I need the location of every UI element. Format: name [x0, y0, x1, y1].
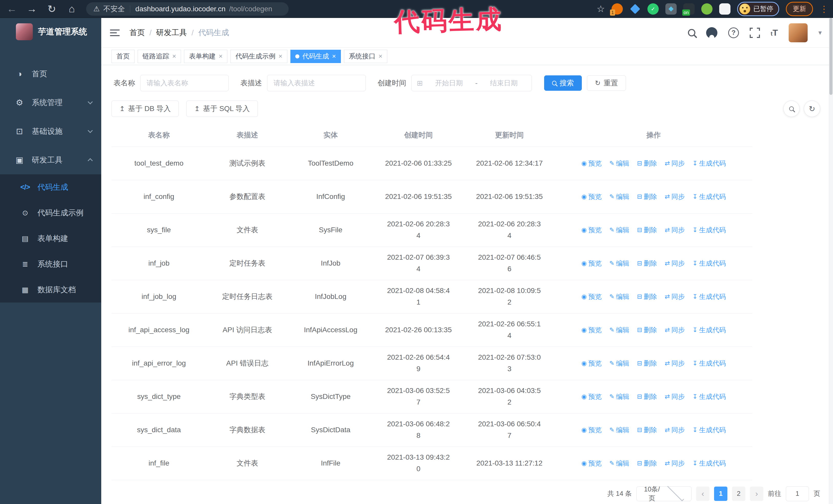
tab-system-api[interactable]: 系统接口× [344, 50, 387, 63]
help-icon[interactable]: ? [728, 27, 739, 38]
hamburger-icon[interactable] [110, 29, 120, 36]
goto-page-input[interactable] [786, 486, 809, 501]
import-sql-button[interactable]: ↥ 基于 SQL 导入 [186, 100, 258, 117]
sidebar-item-home[interactable]: ◑ 首页 [0, 59, 101, 88]
sidebar-item-devtools[interactable]: ▣ 研发工具 [0, 146, 101, 174]
delete-link[interactable]: ⊟删除 [637, 426, 657, 434]
date-range-picker[interactable]: ⊞ 开始日期 - 结束日期 [411, 75, 532, 91]
extension-icon-puzzle[interactable] [719, 3, 731, 15]
delete-link[interactable]: ⊟删除 [637, 159, 657, 168]
table-name-input[interactable] [140, 75, 229, 91]
tab-tracing[interactable]: 链路追踪× [138, 50, 181, 63]
github-icon[interactable] [706, 27, 717, 39]
extension-icon-check[interactable]: ✓ [647, 3, 659, 15]
preview-link[interactable]: ◉预览 [581, 426, 601, 434]
preview-link[interactable]: ◉预览 [581, 225, 601, 235]
sync-link[interactable]: ⇄同步 [665, 292, 685, 301]
delete-link[interactable]: ⊟删除 [637, 192, 657, 201]
user-avatar[interactable] [789, 23, 808, 42]
search-icon[interactable] [688, 29, 695, 37]
edit-link[interactable]: ✎编辑 [609, 192, 629, 201]
generate-code-link[interactable]: ↧生成代码 [693, 359, 726, 368]
browser-back-button[interactable]: ← [4, 1, 20, 17]
generate-code-link[interactable]: ↧生成代码 [693, 426, 726, 434]
page-size-select[interactable]: 10条/页 [636, 486, 691, 501]
preview-link[interactable]: ◉预览 [581, 392, 601, 401]
extension-icon-key[interactable] [701, 3, 713, 15]
edit-link[interactable]: ✎编辑 [609, 459, 629, 468]
sidebar-item-codegen-example[interactable]: ⊙ 代码生成示例 [0, 200, 101, 225]
address-bar[interactable]: ⚠ 不安全 dashboard.yudao.iocoder.cn/tool/co… [86, 2, 289, 16]
edit-link[interactable]: ✎编辑 [609, 359, 629, 368]
tab-home[interactable]: 首页 [112, 50, 135, 63]
breadcrumb-home[interactable]: 首页 [129, 27, 145, 38]
preview-link[interactable]: ◉预览 [581, 326, 601, 335]
tab-codegen-example[interactable]: 代码生成示例× [231, 50, 287, 63]
edit-link[interactable]: ✎编辑 [609, 292, 629, 301]
extension-icon-sliders[interactable] [665, 3, 677, 15]
search-button[interactable]: 搜索 [544, 75, 582, 91]
delete-link[interactable]: ⊟删除 [637, 392, 657, 401]
delete-link[interactable]: ⊟删除 [637, 459, 657, 468]
sidebar-item-system-api[interactable]: ≣ 系统接口 [0, 251, 101, 277]
tab-codegen[interactable]: 代码生成× [290, 50, 341, 63]
chrome-update-button[interactable]: 更新 [786, 2, 813, 16]
preview-link[interactable]: ◉预览 [581, 292, 601, 301]
sync-link[interactable]: ⇄同步 [665, 225, 685, 235]
reset-button[interactable]: ↻ 重置 [587, 75, 626, 91]
next-page-button[interactable]: › [750, 486, 763, 501]
sidebar-item-db-doc[interactable]: ▦ 数据库文档 [0, 277, 101, 303]
delete-link[interactable]: ⊟删除 [637, 225, 657, 235]
edit-link[interactable]: ✎编辑 [609, 225, 629, 235]
preview-link[interactable]: ◉预览 [581, 159, 601, 168]
generate-code-link[interactable]: ↧生成代码 [693, 225, 726, 235]
sync-link[interactable]: ⇄同步 [665, 426, 685, 434]
sync-link[interactable]: ⇄同步 [665, 459, 685, 468]
import-db-button[interactable]: ↥ 基于 DB 导入 [112, 100, 178, 117]
prev-page-button[interactable]: ‹ [696, 486, 710, 501]
close-icon[interactable]: × [379, 52, 382, 60]
toggle-search-button[interactable] [783, 100, 800, 117]
page-button-1[interactable]: 1 [714, 486, 728, 501]
sync-link[interactable]: ⇄同步 [665, 159, 685, 168]
sync-link[interactable]: ⇄同步 [665, 326, 685, 335]
sidebar-item-codegen[interactable]: </> 代码生成 [0, 174, 101, 200]
delete-link[interactable]: ⊟删除 [637, 292, 657, 301]
edit-link[interactable]: ✎编辑 [609, 392, 629, 401]
tab-form-builder[interactable]: 表单构建× [184, 50, 227, 63]
browser-forward-button[interactable]: → [24, 1, 40, 17]
extension-icon-gem[interactable] [629, 3, 641, 15]
caret-down-icon[interactable]: ▾ [818, 29, 822, 37]
close-icon[interactable]: × [278, 52, 282, 60]
edit-link[interactable]: ✎编辑 [609, 159, 629, 168]
edit-link[interactable]: ✎编辑 [609, 426, 629, 434]
refresh-table-button[interactable]: ↻ [804, 100, 820, 117]
generate-code-link[interactable]: ↧生成代码 [693, 192, 726, 201]
extension-icon-orange[interactable]: 1 [612, 3, 623, 15]
font-size-icon[interactable]: tT [771, 28, 778, 38]
sync-link[interactable]: ⇄同步 [665, 192, 685, 201]
fullscreen-icon[interactable] [750, 28, 760, 38]
generate-code-link[interactable]: ↧生成代码 [693, 326, 726, 335]
generate-code-link[interactable]: ↧生成代码 [693, 159, 726, 168]
browser-home-button[interactable]: ⌂ [64, 1, 80, 17]
browser-reload-button[interactable]: ↻ [44, 1, 60, 17]
close-icon[interactable]: × [219, 52, 222, 60]
page-button-2[interactable]: 2 [732, 486, 745, 501]
close-icon[interactable]: × [332, 52, 336, 60]
preview-link[interactable]: ◉预览 [581, 259, 601, 268]
preview-link[interactable]: ◉预览 [581, 459, 601, 468]
generate-code-link[interactable]: ↧生成代码 [693, 392, 726, 401]
edit-link[interactable]: ✎编辑 [609, 326, 629, 335]
bookmark-star-icon[interactable]: ☆ [597, 4, 605, 14]
edit-link[interactable]: ✎编辑 [609, 259, 629, 268]
extension-icon-on[interactable]: on [683, 3, 695, 15]
logo-row[interactable]: 芋道管理系统 [0, 18, 101, 46]
delete-link[interactable]: ⊟删除 [637, 259, 657, 268]
sidebar-item-system[interactable]: ⚙ 系统管理 [0, 88, 101, 117]
delete-link[interactable]: ⊟删除 [637, 359, 657, 368]
generate-code-link[interactable]: ↧生成代码 [693, 459, 726, 468]
sidebar-item-infra[interactable]: ⊡ 基础设施 [0, 117, 101, 146]
preview-link[interactable]: ◉预览 [581, 359, 601, 368]
browser-menu-icon[interactable]: ⋮ [820, 4, 828, 14]
